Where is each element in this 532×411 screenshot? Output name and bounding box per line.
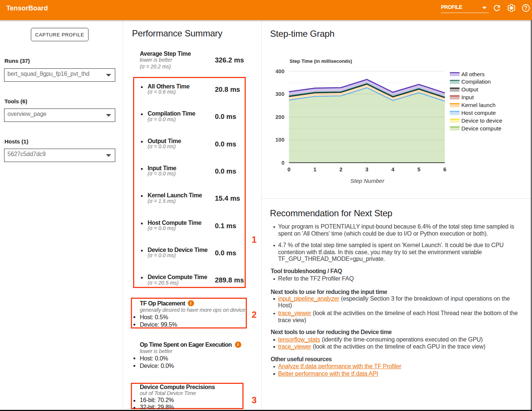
svg-text:400: 400 xyxy=(275,68,284,74)
svg-text:Step Number: Step Number xyxy=(350,178,384,184)
svg-text:300: 300 xyxy=(275,91,284,97)
svg-text:Input: Input xyxy=(461,94,474,100)
svg-text:100: 100 xyxy=(275,137,284,143)
svg-text:1: 1 xyxy=(313,166,316,172)
svg-text:6: 6 xyxy=(444,166,446,172)
svg-text:3: 3 xyxy=(365,166,368,172)
svg-text:?: ? xyxy=(524,5,528,11)
svg-text:Host compute: Host compute xyxy=(461,110,496,116)
svg-text:Step Time (in milliseconds): Step Time (in milliseconds) xyxy=(290,58,352,64)
svg-text:Kernel launch: Kernel launch xyxy=(461,102,496,108)
svg-text:0: 0 xyxy=(281,160,284,166)
svg-text:Device compute: Device compute xyxy=(461,125,502,132)
svg-text:Output: Output xyxy=(461,86,478,93)
svg-text:2: 2 xyxy=(339,166,342,172)
svg-text:All others: All others xyxy=(461,71,485,77)
svg-text:200: 200 xyxy=(275,114,284,120)
svg-text:Device to device: Device to device xyxy=(461,117,502,124)
svg-text:5: 5 xyxy=(417,166,420,172)
svg-text:4: 4 xyxy=(391,166,394,172)
svg-text:Compilation: Compilation xyxy=(461,78,491,85)
svg-text:0: 0 xyxy=(287,166,290,172)
